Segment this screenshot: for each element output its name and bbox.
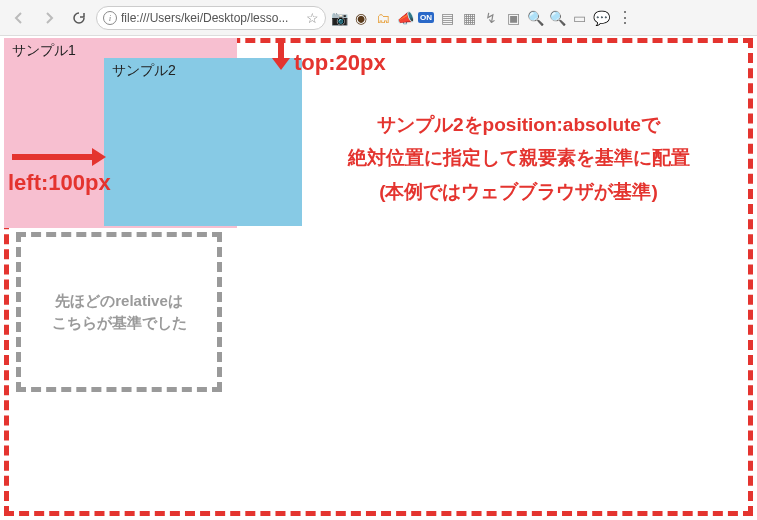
on-badge-icon[interactable]: ON xyxy=(418,12,434,23)
back-button[interactable] xyxy=(6,5,32,31)
zoom-out-icon[interactable]: 🔍 xyxy=(548,9,566,27)
site-info-icon[interactable]: i xyxy=(103,11,117,25)
top-annotation-label: top:20px xyxy=(294,50,386,76)
left-annotation: left:100px xyxy=(8,146,111,196)
url-text: file:///Users/kei/Desktop/lesso... xyxy=(121,11,302,25)
bookmark-star-icon[interactable]: ☆ xyxy=(306,10,319,26)
desc-line3: (本例ではウェブブラウザが基準) xyxy=(300,175,737,208)
relative-reference-box: 先ほどのrelativeは こちらが基準でした xyxy=(16,232,222,392)
svg-marker-1 xyxy=(272,58,290,70)
desc-line2: 絶対位置に指定して親要素を基準に配置 xyxy=(300,141,737,174)
sample2-label: サンプル2 xyxy=(112,62,176,78)
svg-marker-3 xyxy=(92,148,106,166)
menu-button[interactable]: ⋮ xyxy=(616,9,634,27)
zoom-in-icon[interactable]: 🔍 xyxy=(526,9,544,27)
down-arrow-icon xyxy=(270,40,292,70)
address-bar[interactable]: i file:///Users/kei/Desktop/lesso... ☆ xyxy=(96,6,326,30)
page-content: サンプル1 サンプル2 先ほどのrelativeは こちらが基準でした top:… xyxy=(0,36,757,520)
relative-text-line1: 先ほどのrelativeは xyxy=(55,290,183,313)
extension-dark-icon[interactable]: ◉ xyxy=(352,9,370,27)
right-arrow-icon xyxy=(12,146,111,168)
sample2-box: サンプル2 xyxy=(104,58,302,226)
page-icon[interactable]: ▤ xyxy=(438,9,456,27)
left-annotation-label: left:100px xyxy=(8,170,111,195)
top-annotation: top:20px xyxy=(270,50,386,76)
relative-text-line2: こちらが基準でした xyxy=(52,312,187,335)
reload-button[interactable] xyxy=(66,5,92,31)
desc-line1: サンプル2をposition:absoluteで xyxy=(300,108,737,141)
megaphone-icon[interactable]: 📣 xyxy=(396,9,414,27)
description-annotation: サンプル2をposition:absoluteで 絶対位置に指定して親要素を基準… xyxy=(300,108,737,208)
cube-icon[interactable]: ▣ xyxy=(504,9,522,27)
folder-icon[interactable]: 🗂 xyxy=(374,9,392,27)
sample1-label: サンプル1 xyxy=(12,42,76,58)
forward-button[interactable] xyxy=(36,5,62,31)
camera-icon[interactable]: 📷 xyxy=(330,9,348,27)
copy-icon[interactable]: ▭ xyxy=(570,9,588,27)
browser-toolbar: i file:///Users/kei/Desktop/lesso... ☆ 📷… xyxy=(0,0,757,36)
arrow-icon[interactable]: ↯ xyxy=(482,9,500,27)
chat-icon[interactable]: 💬 xyxy=(592,9,610,27)
grid-icon[interactable]: ▦ xyxy=(460,9,478,27)
